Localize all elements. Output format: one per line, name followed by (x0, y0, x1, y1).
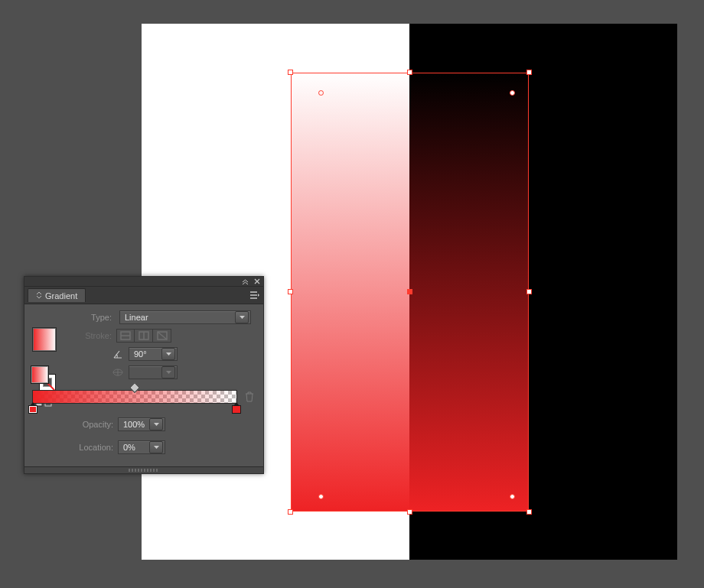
location-input[interactable]: 0% (118, 440, 165, 454)
selected-object[interactable] (291, 73, 529, 512)
resize-handle-tr[interactable] (526, 70, 532, 75)
anchor-point[interactable] (318, 494, 324, 499)
chevron-down-icon (161, 366, 175, 378)
stroke-label: Stroke: (67, 331, 112, 340)
resize-handle-bl[interactable] (288, 509, 293, 515)
resize-handle-br[interactable] (526, 509, 532, 515)
opacity-label: Opacity: (75, 420, 113, 429)
location-label: Location: (75, 443, 113, 452)
collapse-icon[interactable] (239, 277, 251, 286)
location-value: 0% (123, 443, 146, 452)
type-dropdown[interactable]: Linear (119, 310, 251, 324)
tab-expand-icon (36, 292, 42, 300)
gradient-slider[interactable] (32, 390, 237, 404)
opacity-value: 100% (123, 420, 146, 429)
panel-menu-icon[interactable] (249, 290, 260, 300)
chevron-down-icon (149, 441, 163, 453)
resize-handle-tm[interactable] (407, 70, 412, 75)
gradient-midpoint[interactable] (129, 382, 140, 393)
chevron-down-icon (149, 418, 163, 430)
trash-icon[interactable] (243, 391, 256, 403)
angle-input[interactable]: 90° (129, 347, 178, 361)
gradient-preview[interactable] (32, 327, 57, 352)
resize-handle-mr[interactable] (526, 289, 532, 294)
panel-title: Gradient (45, 291, 77, 300)
close-icon[interactable] (251, 277, 263, 286)
anchor-point[interactable] (510, 90, 515, 96)
type-value: Linear (125, 313, 232, 322)
gradient-panel[interactable]: Gradient Type: Linear (24, 276, 264, 474)
chevron-down-icon (235, 311, 249, 323)
angle-icon (112, 348, 124, 360)
panel-header[interactable] (24, 277, 263, 287)
anchor-point[interactable] (510, 494, 515, 499)
fill-swatch[interactable] (31, 365, 49, 384)
aspect-ratio-input (129, 365, 178, 379)
center-handle[interactable] (407, 289, 412, 294)
fill-stroke-swatch[interactable] (31, 365, 57, 391)
type-label: Type: (67, 313, 112, 322)
anchor-point[interactable] (318, 90, 324, 96)
opacity-input[interactable]: 100% (118, 417, 165, 431)
stroke-align-group (116, 329, 171, 343)
aspect-ratio-icon (112, 366, 124, 378)
angle-value: 90° (134, 349, 158, 359)
resize-handle-ml[interactable] (288, 289, 293, 294)
tab-gradient[interactable]: Gradient (28, 288, 86, 302)
panel-tabs: Gradient (24, 287, 263, 304)
stroke-align-along-button[interactable] (135, 329, 153, 343)
gradient-stop-left[interactable] (28, 402, 37, 413)
gradient-stop-right[interactable] (232, 402, 241, 413)
panel-resize-grip[interactable] (24, 466, 263, 473)
panel-body: Type: Linear Stroke: (24, 304, 263, 466)
stroke-align-across-button[interactable] (153, 329, 171, 343)
resize-handle-bm[interactable] (407, 509, 412, 515)
resize-handle-tl[interactable] (288, 70, 293, 75)
stroke-align-within-button[interactable] (116, 329, 135, 343)
chevron-down-icon (161, 348, 175, 360)
